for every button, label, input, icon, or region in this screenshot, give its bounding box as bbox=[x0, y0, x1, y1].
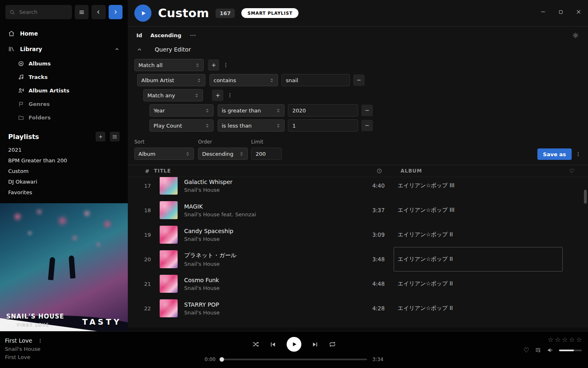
duration-column-clock-icon[interactable] bbox=[352, 168, 385, 174]
remove-rule-button[interactable] bbox=[361, 120, 373, 131]
track-artist[interactable]: Snail's House bbox=[184, 187, 352, 193]
track-title[interactable]: プラネット・ガール bbox=[184, 252, 352, 259]
vertical-scrollbar[interactable] bbox=[584, 190, 587, 204]
track-row[interactable]: 17 Galactic Whisper Snail's House 4:40 エ… bbox=[128, 177, 588, 198]
track-album-cell[interactable]: エイリアン☆ポップ II bbox=[394, 222, 563, 247]
track-artist[interactable]: Snail's House feat. Sennzai bbox=[184, 211, 352, 218]
close-button[interactable] bbox=[576, 9, 581, 15]
remove-rule-button[interactable] bbox=[353, 74, 365, 86]
sidebar-item-folders[interactable]: Folders bbox=[0, 111, 128, 124]
previous-track-icon[interactable] bbox=[270, 341, 276, 348]
order-select[interactable]: Descending bbox=[198, 148, 248, 160]
track-title[interactable]: Cosmo Funk bbox=[184, 277, 352, 283]
playlist-list-button[interactable] bbox=[110, 132, 120, 141]
sidebar-item-genres[interactable]: Genres bbox=[0, 97, 128, 111]
sort-select[interactable]: Album bbox=[134, 148, 194, 160]
track-album-art[interactable] bbox=[160, 275, 178, 293]
playlist-item[interactable]: 2021 bbox=[0, 145, 128, 155]
track-album-art[interactable] bbox=[160, 177, 178, 195]
rule-value-input[interactable] bbox=[288, 119, 358, 132]
play-playlist-button[interactable] bbox=[134, 4, 151, 22]
column-title[interactable]: TITLE bbox=[154, 168, 352, 174]
root-match-select[interactable]: Match all bbox=[134, 59, 204, 71]
track-title[interactable]: STARRY POP bbox=[184, 301, 352, 308]
star-icon[interactable]: ☆ bbox=[562, 337, 568, 343]
progress-bar[interactable] bbox=[221, 359, 367, 360]
search-box[interactable] bbox=[5, 5, 72, 19]
sidebar-item-tracks[interactable]: Tracks bbox=[0, 70, 128, 84]
track-album-cell[interactable]: エイリアン☆ポップ III bbox=[394, 177, 563, 198]
now-playing-title[interactable]: First Love bbox=[5, 337, 32, 344]
favorite-heart-icon[interactable]: ♡ bbox=[523, 347, 529, 354]
volume-slider[interactable] bbox=[559, 350, 582, 351]
rule-operator-select[interactable]: is less than bbox=[218, 119, 285, 132]
rule-value-input[interactable] bbox=[288, 104, 358, 117]
collapse-query-editor-button[interactable] bbox=[136, 47, 143, 53]
track-row[interactable]: 20 プラネット・ガール Snail's House 3:48 エイリアン☆ポッ… bbox=[128, 247, 588, 272]
playlist-item[interactable]: Favorites bbox=[0, 187, 128, 198]
track-album-cell[interactable]: エイリアン☆ポップ II bbox=[394, 247, 563, 272]
minimize-button[interactable] bbox=[540, 9, 546, 15]
add-group-rule-button[interactable] bbox=[212, 90, 223, 101]
rule-operator-select[interactable]: contains bbox=[209, 74, 278, 86]
star-icon[interactable]: ☆ bbox=[555, 337, 561, 343]
rule-operator-select[interactable]: is greater than bbox=[218, 104, 285, 117]
volume-icon[interactable] bbox=[547, 347, 554, 354]
remove-rule-button[interactable] bbox=[361, 105, 373, 116]
track-row[interactable]: 19 Candy Spaceship Snail's House 3:09 エイ… bbox=[128, 222, 588, 247]
track-row[interactable]: 21 Cosmo Funk Snail's House 4:48 エイリアン☆ポ… bbox=[128, 272, 588, 296]
now-playing-album[interactable]: First Love bbox=[5, 354, 44, 360]
group-menu-button[interactable] bbox=[227, 90, 233, 101]
limit-input[interactable] bbox=[251, 148, 282, 160]
shuffle-icon[interactable] bbox=[252, 341, 259, 348]
group-match-select[interactable]: Match any bbox=[143, 89, 203, 101]
repeat-icon[interactable] bbox=[329, 341, 336, 348]
more-options-icon[interactable] bbox=[189, 32, 196, 39]
now-playing-album-art[interactable]: SNAIL'S HOUSE FIRST LOVE TASTY bbox=[0, 203, 128, 331]
play-pause-button[interactable] bbox=[287, 337, 301, 352]
track-album-art[interactable] bbox=[160, 250, 178, 268]
track-album-art[interactable] bbox=[160, 299, 178, 317]
horizontal-scrollbar[interactable] bbox=[128, 328, 588, 331]
column-number[interactable]: # bbox=[128, 168, 154, 174]
track-artist[interactable]: Snail's House bbox=[184, 236, 352, 242]
track-title[interactable]: Candy Spaceship bbox=[184, 228, 352, 234]
playlist-item[interactable]: Custom bbox=[0, 166, 128, 177]
track-artist[interactable]: Snail's House bbox=[184, 285, 352, 291]
nav-forward-button[interactable] bbox=[109, 5, 122, 19]
add-playlist-button[interactable] bbox=[96, 132, 105, 141]
save-menu-button[interactable] bbox=[575, 148, 581, 160]
maximize-button[interactable] bbox=[558, 9, 564, 15]
star-icon[interactable]: ☆ bbox=[548, 337, 553, 343]
nav-back-button[interactable] bbox=[91, 5, 105, 19]
now-playing-artist[interactable]: Snail's House bbox=[5, 346, 44, 352]
sort-field-button[interactable]: Id bbox=[136, 32, 142, 38]
playlist-item[interactable]: BPM Greater than 200 bbox=[0, 155, 128, 166]
sort-order-button[interactable]: Ascending bbox=[150, 32, 181, 38]
rule-field-select[interactable]: Album Artist bbox=[137, 74, 205, 86]
track-row[interactable]: 18 MAGIK Snail's House feat. Sennzai 3:3… bbox=[128, 198, 588, 222]
rule-value-input[interactable] bbox=[281, 74, 350, 86]
sidebar-item-library[interactable]: Library bbox=[0, 41, 128, 57]
track-title[interactable]: MAGIK bbox=[184, 203, 352, 210]
sidebar-item-album-artists[interactable]: Album Artists bbox=[0, 84, 128, 97]
menu-button[interactable] bbox=[75, 5, 89, 19]
chevron-up-icon[interactable] bbox=[114, 47, 120, 52]
track-artist[interactable]: Snail's House bbox=[184, 310, 352, 316]
star-icon[interactable]: ☆ bbox=[576, 337, 582, 343]
now-playing-menu-button[interactable] bbox=[37, 337, 44, 344]
favorite-column-heart-icon[interactable]: ♡ bbox=[569, 168, 588, 174]
save-as-button[interactable]: Save as bbox=[537, 148, 572, 160]
track-row[interactable]: 22 STARRY POP Snail's House 4:28 エイリアン☆ポ… bbox=[128, 296, 588, 321]
gear-icon[interactable] bbox=[572, 32, 579, 39]
track-album-cell[interactable]: エイリアン☆ポップ II bbox=[394, 272, 563, 296]
track-artist[interactable]: Snail's House bbox=[184, 261, 352, 267]
track-album-cell[interactable]: エイリアン☆ポップ III bbox=[394, 198, 563, 222]
track-title[interactable]: Galactic Whisper bbox=[184, 179, 352, 185]
queue-icon[interactable] bbox=[535, 347, 541, 354]
track-album-art[interactable] bbox=[160, 226, 178, 244]
next-track-icon[interactable] bbox=[312, 341, 318, 348]
column-album[interactable]: ALBUM bbox=[397, 168, 569, 174]
star-icon[interactable]: ☆ bbox=[569, 337, 575, 343]
playlist-item[interactable]: DJ Okawari bbox=[0, 177, 128, 187]
